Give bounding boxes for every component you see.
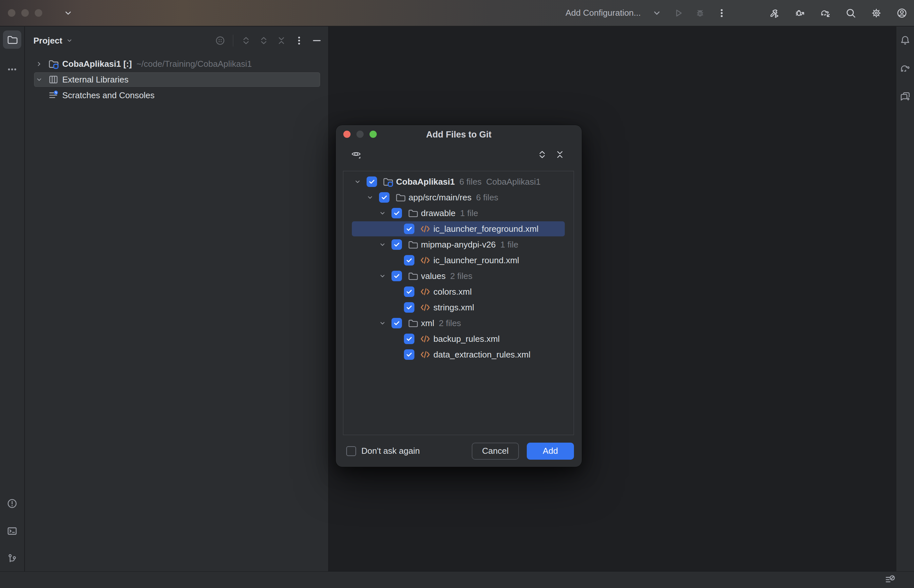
chevron-spacer — [389, 254, 401, 266]
chevron-down-icon[interactable] — [33, 74, 45, 86]
view-options-eye-icon[interactable] — [351, 149, 362, 160]
dialog-tree-row[interactable]: mipmap-anydpi-v261 file — [343, 237, 574, 252]
dialog-tree-row[interactable]: ic_launcher_foreground.xml — [343, 221, 574, 237]
build-hammer-icon[interactable] — [768, 8, 780, 19]
hide-panel-icon[interactable] — [311, 35, 322, 46]
file-label: CobaAplikasi1 — [396, 177, 455, 187]
run-configuration-chevron-icon[interactable] — [651, 8, 662, 19]
collapse-all-icon[interactable] — [554, 149, 565, 160]
project-tree-row-root[interactable]: CobaAplikasi1 [:] ~/code/Training/CobaAp… — [25, 56, 328, 72]
expand-selected-icon[interactable] — [258, 35, 269, 46]
file-checkbox-checked[interactable] — [404, 255, 414, 265]
scratches-icon — [48, 90, 59, 101]
debug-button[interactable] — [694, 8, 705, 19]
chevron-spacer — [389, 223, 401, 235]
dialog-tree-row[interactable]: strings.xml — [343, 300, 574, 315]
no-events-icon[interactable] — [885, 574, 896, 585]
xml-icon — [420, 223, 431, 234]
chevron-down-icon[interactable] — [377, 317, 388, 329]
file-label: data_extraction_rules.xml — [434, 350, 531, 360]
project-icon — [382, 176, 393, 187]
project-root-suffix: [:] — [123, 59, 132, 69]
expand-all-icon[interactable] — [537, 149, 548, 160]
file-checkbox-checked[interactable] — [367, 176, 377, 187]
gradle-tool-window-icon[interactable] — [899, 63, 911, 74]
dialog-tree-row[interactable]: values2 files — [343, 268, 574, 284]
problems-tool-window-icon[interactable] — [6, 498, 18, 509]
file-checkbox-checked[interactable] — [404, 334, 414, 344]
add-button[interactable]: Add — [527, 443, 574, 460]
close-window-button[interactable] — [8, 9, 15, 17]
notifications-bell-icon[interactable] — [899, 35, 911, 46]
dialog-tree-row[interactable]: backup_rules.xml — [343, 331, 574, 347]
chevron-down-icon[interactable] — [377, 207, 388, 219]
file-checkbox-checked[interactable] — [391, 208, 402, 218]
more-tool-windows-icon[interactable] — [6, 64, 18, 75]
profiler-bug-icon[interactable] — [794, 8, 805, 19]
zoom-window-button[interactable] — [35, 9, 42, 17]
dialog-tree-row[interactable]: data_extraction_rules.xml — [343, 347, 574, 362]
external-libraries-label: External Libraries — [62, 75, 128, 85]
chevron-spacer — [389, 333, 401, 345]
dialog-file-tree: CobaAplikasi16 filesCobaAplikasi1app/src… — [343, 171, 574, 435]
dont-ask-again-label: Don't ask again — [361, 446, 420, 456]
project-panel-title[interactable]: Project — [33, 36, 62, 46]
dont-ask-again-checkbox[interactable] — [346, 446, 356, 456]
folder-icon — [395, 192, 406, 203]
settings-gear-icon[interactable] — [871, 8, 882, 19]
window-traffic-lights[interactable] — [0, 9, 42, 17]
file-checkbox-checked[interactable] — [404, 286, 414, 297]
file-label: mipmap-anydpi-v26 — [421, 240, 496, 250]
file-count: 2 files — [450, 271, 472, 281]
titlebar-tools — [768, 8, 914, 19]
project-tree-row-external-libraries[interactable]: External Libraries — [25, 72, 328, 87]
chevron-down-icon[interactable] — [377, 270, 388, 282]
account-avatar-icon[interactable] — [896, 8, 908, 19]
chevron-down-icon[interactable] — [377, 239, 388, 250]
folder-icon — [407, 239, 418, 250]
chevron-down-icon[interactable] — [364, 192, 376, 203]
file-checkbox-checked[interactable] — [404, 349, 414, 360]
dialog-tree-row[interactable]: xml2 files — [343, 315, 574, 331]
project-tree: CobaAplikasi1 [:] ~/code/Training/CobaAp… — [25, 55, 328, 103]
collapse-all-icon[interactable] — [276, 35, 287, 46]
terminal-tool-window-icon[interactable] — [6, 525, 18, 536]
cancel-button[interactable]: Cancel — [472, 443, 519, 460]
minimize-window-button[interactable] — [21, 9, 29, 17]
dialog-tree-row[interactable]: colors.xml — [343, 284, 574, 300]
file-label: colors.xml — [434, 287, 472, 297]
file-label: ic_launcher_foreground.xml — [434, 224, 539, 234]
toolbar-divider — [233, 35, 233, 47]
gradle-sync-icon[interactable] — [820, 8, 831, 19]
file-checkbox-checked[interactable] — [391, 271, 402, 281]
file-checkbox-checked[interactable] — [379, 192, 390, 203]
run-configuration-select[interactable]: Add Configuration... — [565, 8, 641, 18]
project-tree-row-scratches[interactable]: Scratches and Consoles — [25, 87, 328, 103]
file-checkbox-checked[interactable] — [404, 302, 414, 313]
file-checkbox-checked[interactable] — [391, 239, 402, 250]
chevron-down-icon[interactable] — [351, 176, 363, 187]
project-switcher-chevron-icon[interactable] — [63, 8, 74, 19]
file-count: 1 file — [460, 208, 478, 218]
search-everywhere-icon[interactable] — [845, 8, 856, 19]
file-checkbox-checked[interactable] — [391, 318, 402, 328]
dialog-tree-row[interactable]: CobaAplikasi16 filesCobaAplikasi1 — [343, 174, 574, 189]
locate-opened-file-icon[interactable] — [215, 35, 226, 46]
project-tool-window-button[interactable] — [3, 31, 21, 49]
expand-all-icon[interactable] — [241, 35, 252, 46]
chevron-spacer — [33, 89, 45, 101]
xml-icon — [420, 349, 431, 360]
chevron-right-icon[interactable] — [33, 58, 45, 70]
project-view-chevron-icon[interactable] — [66, 37, 73, 45]
more-actions-kebab-icon[interactable] — [716, 8, 727, 19]
git-branch-icon[interactable] — [6, 553, 18, 564]
project-root-label: CobaAplikasi1 — [62, 59, 121, 69]
libraries-icon — [48, 74, 59, 85]
ai-chat-sparkle-icon[interactable] — [899, 90, 911, 102]
dialog-tree-row[interactable]: app/src/main/res6 files — [343, 189, 574, 205]
panel-options-kebab-icon[interactable] — [294, 35, 305, 46]
run-button[interactable] — [673, 8, 684, 19]
dialog-tree-row[interactable]: ic_launcher_round.xml — [343, 252, 574, 268]
file-checkbox-checked[interactable] — [404, 224, 414, 234]
dialog-tree-row[interactable]: drawable1 file — [343, 205, 574, 221]
